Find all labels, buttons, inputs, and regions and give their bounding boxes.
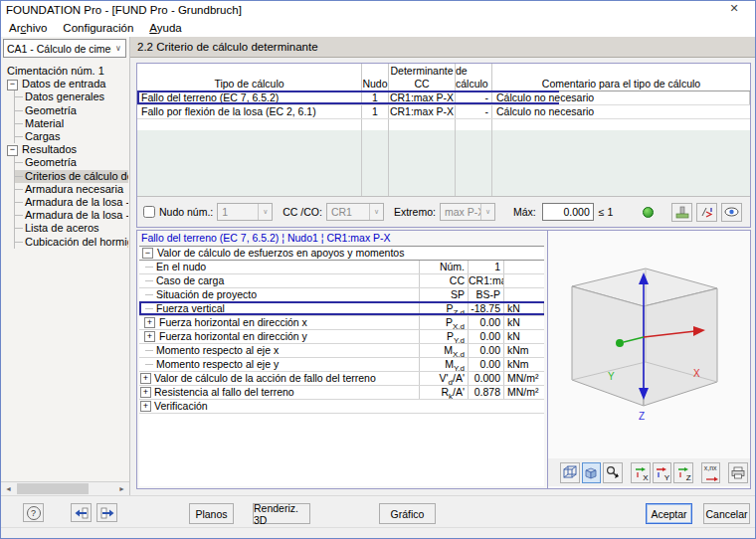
- case-selector-dropdown[interactable]: CA1 - Cálculo de cimentaciones ∨: [3, 39, 126, 58]
- next-module-button[interactable]: [96, 503, 117, 522]
- expand-icon[interactable]: +: [140, 373, 151, 384]
- expand-icon[interactable]: +: [144, 331, 155, 342]
- collapse-icon[interactable]: −: [142, 248, 153, 259]
- help-button[interactable]: ?: [23, 503, 44, 522]
- expand-icon[interactable]: +: [144, 317, 155, 328]
- table-row[interactable]: +Fuerza horizontal en dirección y PY,d 0…: [139, 330, 544, 344]
- previous-module-button[interactable]: [71, 503, 92, 522]
- extremo-dropdown[interactable]: max P-X ∨: [440, 203, 495, 221]
- table-filler: [137, 130, 750, 197]
- max-limit: ≤ 1: [599, 206, 614, 218]
- grafico-button[interactable]: Gráfico: [379, 503, 436, 524]
- nudo-checkbox[interactable]: [143, 206, 155, 218]
- table-row-fallo-terreno[interactable]: Fallo del terreno (EC 7, 6.5.2) 1 CR1:ma…: [137, 91, 750, 105]
- tree-group-datos-entrada[interactable]: −Datos de entrada: [5, 78, 128, 90]
- details-panel: Fallo del terreno (EC 7, 6.5.2) ¦ Nudo1 …: [136, 230, 751, 489]
- sidebar-item-geometria-resultados[interactable]: Geometría: [15, 156, 128, 169]
- collapse-icon[interactable]: −: [7, 80, 18, 90]
- title-bar: FOUNDATION Pro - [FUND Pro - Grundbruch]…: [1, 1, 755, 18]
- table-row[interactable]: Momento respecto al eje x MX,d 0.00 kNm: [139, 344, 544, 358]
- table-row[interactable]: Situación de proyecto SP BS-P: [139, 288, 544, 302]
- menu-ayuda[interactable]: Ayuda: [141, 22, 189, 34]
- greater-than-one-icon: [700, 206, 714, 219]
- table-row[interactable]: Momento respecto al eje y MY,d 0.00 kNm: [139, 358, 544, 372]
- planos-button[interactable]: Planos: [189, 503, 234, 524]
- arrow-right-page-icon: [100, 507, 114, 519]
- table-row[interactable]: +Valor de cálculo de la acción de fallo …: [139, 372, 544, 386]
- y-axis-dot: [616, 339, 624, 347]
- eye-icon: [724, 206, 739, 218]
- scroll-left-icon[interactable]: ◄: [1, 482, 16, 495]
- col-criterio-2: de cálculo: [456, 65, 491, 90]
- visibility-button[interactable]: [721, 203, 742, 222]
- expand-icon[interactable]: +: [140, 401, 151, 412]
- foundation-result-button[interactable]: [671, 203, 692, 222]
- extremo-label: Extremo:: [394, 206, 436, 218]
- status-ok-indicator: [643, 207, 654, 218]
- table-row-verificacion[interactable]: +Verificación: [139, 400, 544, 414]
- sidebar-item-armadura-losa-superior[interactable]: Armadura de la losa - Supe: [15, 209, 128, 222]
- col-comentario: Comentario para el tipo de cálculo: [542, 78, 700, 90]
- nudo-dropdown[interactable]: 1 ∨: [217, 203, 273, 221]
- iso-arrow-icon: [705, 473, 719, 481]
- wireframe-view-button[interactable]: [560, 462, 580, 483]
- details-title: Fallo del terreno (EC 7, 6.5.2) ¦ Nudo1 …: [137, 231, 547, 245]
- view-along-x-button[interactable]: X: [631, 462, 651, 483]
- details-table: −Valor de cálculo de esfuerzos en apoyos…: [139, 246, 544, 486]
- solid-cube-icon: [584, 465, 598, 479]
- menu-configuracion[interactable]: Configuración: [55, 22, 141, 34]
- sidebar-item-armadura-losa-inferior[interactable]: Armadura de la losa - Infer: [15, 196, 128, 209]
- tree-root-item[interactable]: Cimentación núm. 1: [5, 65, 128, 78]
- tree-group-resultados[interactable]: −Resultados: [5, 143, 128, 156]
- scrollbar-thumb[interactable]: [17, 483, 89, 494]
- 3d-viewport[interactable]: Y X Z: [548, 231, 750, 488]
- criteria-panel: Tipo de cálculo Nudo DeterminanteCC Crit…: [136, 63, 751, 228]
- arrow-left-page-icon: [75, 507, 89, 519]
- cancelar-button[interactable]: Cancelar: [703, 503, 750, 524]
- cc-label: CC /CO:: [283, 206, 322, 218]
- print-graphic-button[interactable]: [728, 462, 748, 483]
- sidebar-item-datos-generales[interactable]: Datos generales: [15, 90, 128, 103]
- table-row[interactable]: Caso de carga CC CR1:ma: [139, 274, 544, 288]
- sidebar: CA1 - Cálculo de cimentaciones ∨ Cimenta…: [1, 37, 130, 495]
- solid-view-button[interactable]: [582, 462, 602, 483]
- max-value-input[interactable]: [542, 203, 594, 221]
- navigation-tree: Cimentación núm. 1 −Datos de entrada Dat…: [5, 65, 128, 479]
- collapse-icon[interactable]: −: [7, 145, 18, 156]
- sidebar-horizontal-scrollbar[interactable]: ◄ ►: [1, 481, 129, 495]
- sidebar-item-criterios-calculo[interactable]: Criterios de cálculo determi: [15, 170, 128, 183]
- view-along-z-button[interactable]: Z: [673, 462, 693, 483]
- chevron-down-icon: ∨: [258, 204, 272, 220]
- table-row[interactable]: En el nudo Núm. 1: [139, 261, 544, 274]
- expand-icon[interactable]: +: [140, 387, 151, 398]
- aceptar-button[interactable]: Aceptar: [646, 503, 692, 524]
- table-row-fallo-flexion[interactable]: Fallo por flexión de la losa (EC 2, 6.1)…: [137, 105, 750, 119]
- view-along-y-button[interactable]: Y: [653, 462, 672, 483]
- cc-dropdown[interactable]: CR1 ∨: [326, 203, 384, 221]
- zoom-cursor-button[interactable]: [603, 462, 623, 483]
- renderiz-3d-button[interactable]: Renderiz. 3D: [253, 503, 310, 524]
- close-icon[interactable]: ✕: [725, 2, 743, 17]
- filter-greater-one-button[interactable]: [696, 203, 717, 222]
- z-axis-label: Z: [639, 411, 645, 422]
- sidebar-item-lista-aceros[interactable]: Lista de aceros: [15, 222, 128, 235]
- cube-left-face: [572, 286, 644, 406]
- sidebar-item-cargas[interactable]: Cargas: [15, 130, 128, 143]
- table-row[interactable]: +Fuerza horizontal en dirección x PX,d 0…: [139, 316, 544, 330]
- sidebar-item-geometria-entrada[interactable]: Geometría: [15, 104, 128, 117]
- table-row[interactable]: +Resistencia al fallo del terreno Rk/A' …: [139, 386, 544, 400]
- sidebar-item-material[interactable]: Material: [15, 117, 128, 130]
- table-group-header[interactable]: −Valor de cálculo de esfuerzos en apoyos…: [139, 247, 544, 261]
- sidebar-item-cubicacion-hormigon[interactable]: Cubicación del hormigón: [15, 236, 128, 249]
- printer-icon: [731, 466, 745, 479]
- col-determinante: Determinante: [390, 65, 453, 78]
- window-title: FOUNDATION Pro - [FUND Pro - Grundbruch]: [1, 4, 242, 16]
- table-row-fuerza-vertical[interactable]: Fuerza vertical PZ,d -18.75 kN: [139, 302, 544, 316]
- sidebar-item-armadura-necesaria[interactable]: Armadura necesaria: [15, 183, 128, 196]
- max-label: Máx:: [513, 206, 536, 218]
- scroll-right-icon[interactable]: ►: [114, 482, 129, 495]
- isometric-view-button[interactable]: x,nx: [701, 462, 721, 483]
- menu-archivo[interactable]: Archivo: [1, 22, 55, 34]
- magnifier-arrow-icon: [606, 465, 620, 479]
- col-nudo: Nudo: [362, 78, 387, 90]
